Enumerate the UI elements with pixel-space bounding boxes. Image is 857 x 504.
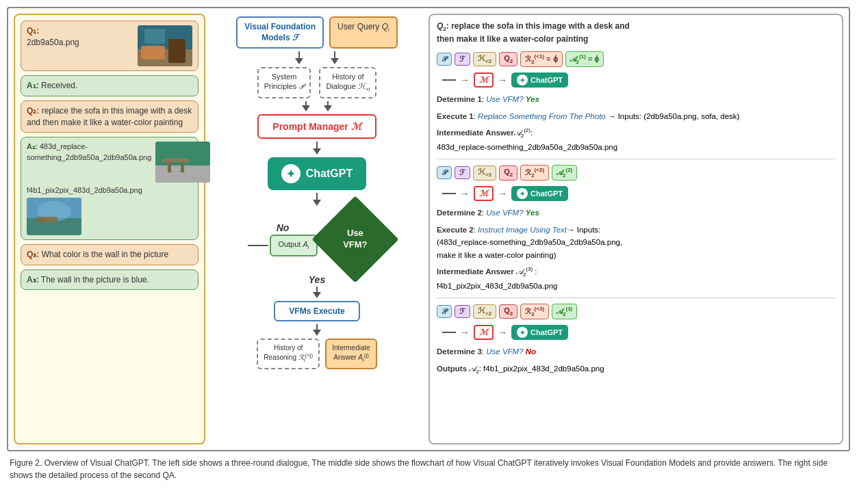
arrow5 [313,142,321,155]
q1-label: Q₁: [27,26,39,36]
arrow-row1 [295,51,339,64]
svg-rect-4 [144,29,165,44]
pill-a-3: 𝒜2(3) [552,304,577,319]
right-panel: Q2: replace the sofa in this image with … [428,14,843,445]
pill-h-2: ℋ<2 [473,165,496,180]
prompt-row-3: 𝒫 ℱ ℋ<2 Q2 ℛ2(<3) 𝒜2(3) [437,304,835,319]
right-title: Q2: replace the sofa in this image with … [437,21,835,44]
svg-rect-2 [141,46,165,59]
chatgpt-small-icon-2: ✦ [517,188,528,199]
m-box-1: ℳ [474,72,494,88]
prompt-manager-box: Prompt Manager ℳ [257,114,376,139]
prompt-manager-label: Prompt Manager ℳ [272,121,361,132]
output-box: Output Ai [270,235,317,256]
pill-h-3: ℋ<2 [473,304,496,319]
yes-section: Yes [309,274,325,298]
pill-q2-1: Q2 [499,52,517,66]
svg-rect-13 [37,217,57,222]
svg-rect-9 [181,162,184,172]
a1-text: Received. [41,81,77,90]
history-box: History ofDialogue ℋ<i [319,67,376,98]
arrow4 [324,101,332,111]
a1-bubble: A₁: Received. [21,75,199,96]
m-box-2: ℳ [474,186,494,201]
figure-caption: Figure 2. Overview of Visual ChatGPT. Th… [7,457,850,481]
arrow3 [302,101,310,111]
diagram-area: Q₁: 2db9a50a.png A₁: Received. [7,7,850,451]
a3-label: A₃: [27,275,39,284]
chatgpt-small-icon-1: ✦ [517,75,528,85]
svg-rect-3 [168,39,186,63]
arrow-m-row-1: → ℳ → ✦ ChatGPT [437,72,835,88]
use-vfm-text: UseVFM? [343,228,367,251]
q3-bubble: Q₃: What color is the wall in the pictur… [21,244,199,265]
pill-f-2: ℱ [455,166,470,179]
chatgpt-main-box: ✦ ChatGPT [268,157,366,190]
intermediate-1: Intermediate Answer𝒜2(2): 483d_replace-s… [437,127,835,153]
determine-3: Determine 3: Use VFM? No [437,345,835,358]
arrow-row2 [302,101,332,111]
history-dialogue-label: History ofDialogue ℋ<i [326,72,370,90]
svg-rect-8 [168,162,171,172]
pill-q2-3: Q2 [499,304,517,319]
pill-a-2: 𝒜2(2) [552,165,577,181]
chatgpt-main-label: ChatGPT [306,168,353,180]
arrow6 [313,193,321,206]
pill-h-1: ℋ<2 [473,52,496,66]
pill-a-1: 𝒜2(1) = ϕ [565,51,604,67]
a2-file1: 483d_replace-something_2db9a50a_2db9a50a… [27,142,151,161]
q1-file: 2db9a50a.png [27,38,79,47]
chatgpt-main-icon: ✦ [281,164,300,183]
arrow8 [313,324,321,336]
user-query-box: User Query Qi [329,16,398,49]
intermediate-answer-box: IntermediateAnswer Ai(j) [325,339,377,369]
q2-bubble: Q₂: replace the sofa in this image with … [21,101,199,133]
history-reasoning-box: History ofReasoning ℛi(<j) [257,339,320,369]
m-box-3: ℳ [474,325,494,340]
execute-1: Execute 1: Replace Something From The Ph… [437,110,835,122]
middle-panel: Visual FoundationModels ℱ User Query Qi [211,14,423,445]
output-3: Outputs 𝒜2: f4b1_pix2pix_483d_2db9a50a.p… [437,362,835,377]
main-container: Q₁: 2db9a50a.png A₁: Received. [7,7,850,481]
bottom-boxes: History ofReasoning ℛi(<j) IntermediateA… [214,339,420,369]
system-principles-label: SystemPrinciples 𝒫 [264,72,305,90]
a2-file2: f4b1_pix2pix_483d_2db9a50a.png [27,185,192,196]
arrow-m-row-3: → ℳ → ✦ ChatGPT [437,325,835,340]
pill-p-2: 𝒫 [437,166,452,179]
a2-label: A₂: [27,142,38,150]
pill-r-1: ℛ2(<1) = ϕ [520,51,562,67]
chatgpt-small-3: ✦ ChatGPT [511,325,568,340]
use-vfm-diamond: UseVFM? [311,196,398,282]
pill-r-3: ℛ2(<3) [520,304,549,319]
arrow2 [331,51,339,64]
diamond-row: No Output Ai UseVFM? [214,209,420,270]
system-box: SystemPrinciples 𝒫 [257,67,311,98]
a2-image1 [155,142,210,183]
prompt-row-2: 𝒫 ℱ ℋ<2 Q2 ℛ2(<2) 𝒜2(2) [437,165,835,181]
chatgpt-small-2: ✦ ChatGPT [511,186,568,201]
vfm-execute-box: VFMs Execute [274,301,359,321]
q1-bubble: Q₁: 2db9a50a.png [21,21,199,71]
top-boxes: Visual FoundationModels ℱ User Query Qi [214,16,420,49]
pill-p-3: 𝒫 [437,305,452,318]
history-reasoning-label: History ofReasoning ℛi(<j) [264,344,313,361]
pill-q2-2: Q2 [499,165,517,180]
vfm-execute-label: VFMs Execute [289,306,344,316]
second-row-boxes: SystemPrinciples 𝒫 History ofDialogue ℋ<… [214,67,420,98]
determine-1: Determine 1: Use VFM? Yes [437,93,835,105]
left-panel: Q₁: 2db9a50a.png A₁: Received. [14,14,205,445]
arrow7 [313,287,321,298]
arrow1 [295,51,303,64]
q3-label: Q₃: [27,250,39,259]
vfm-label: Visual FoundationModels ℱ [244,22,316,42]
a3-bubble: A₃: The wall in the picture is blue. [21,269,199,291]
determine-2: Determine 2: Use VFM? Yes [437,207,835,219]
execute-2: Execute 2: Instruct Image Using Text→ In… [437,224,835,261]
a2-bubble: A₂: 483d_replace-something_2db9a50a_2db9… [21,137,199,239]
chatgpt-small-icon-3: ✦ [517,327,528,338]
q2-label: Q₂: [27,106,39,116]
right-title-text: Q2: replace the sofa in this image with … [437,21,630,44]
sep-2 [437,297,835,298]
a3-text: The wall in the picture is blue. [41,275,149,284]
no-label: No [277,222,290,233]
